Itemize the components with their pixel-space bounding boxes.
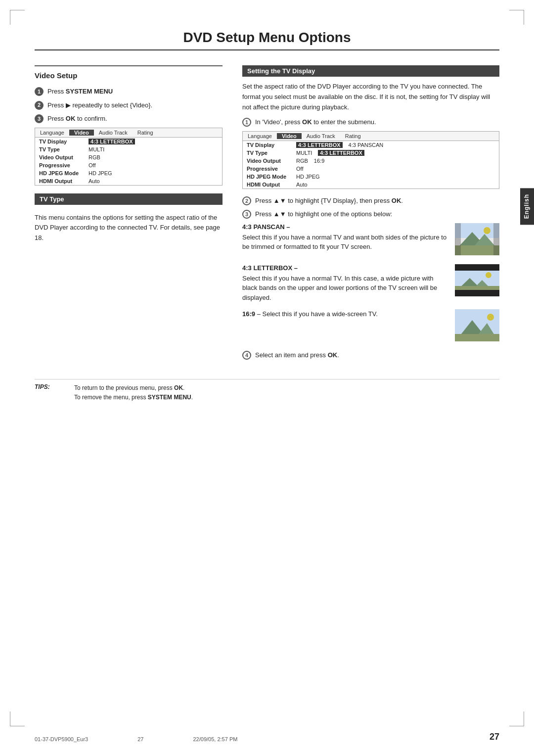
row-video-output-2: Video Output RGB 16:9 bbox=[243, 157, 499, 165]
right-step-2-ok: OK bbox=[392, 197, 401, 204]
val-progressive-1: Off bbox=[89, 162, 95, 168]
tips-box: TIPS: To return to the previous menu, pr… bbox=[35, 379, 499, 406]
row-video-output-1: Video Output RGB bbox=[35, 153, 222, 161]
right-step-num-1: 1 bbox=[242, 118, 251, 127]
right-step-num-2: 2 bbox=[242, 196, 251, 205]
169-title: 16:9 bbox=[242, 310, 255, 318]
tab-language-1: Language bbox=[35, 130, 69, 136]
option-letterbox: 4:3 LETTERBOX – Select this if you have … bbox=[242, 264, 499, 303]
right-step-2-text: Press ▲▼ to highlight {TV Display}, then… bbox=[255, 196, 499, 206]
tips-line-1: To return to the previous menu, press OK… bbox=[74, 383, 193, 393]
label-tv-display-2: TV Display bbox=[247, 142, 296, 148]
footer-doc-id: 01-37-DVP5900_Eur3 bbox=[35, 736, 88, 742]
step-2-text: Press ▶ repeatedly to select {Video}. bbox=[47, 100, 222, 110]
option-169: 16:9 – Select this if you have a wide-sc… bbox=[242, 309, 499, 343]
label-tv-display-1: TV Display bbox=[39, 139, 89, 144]
label-video-output-1: Video Output bbox=[39, 154, 89, 160]
val-hdmi-1: Auto bbox=[89, 178, 100, 184]
setting-tv-display-body: Set the aspect ratio of the DVD Player a… bbox=[242, 82, 499, 112]
left-column: Video Setup 1 Press SYSTEM MENU 2 Press … bbox=[35, 65, 222, 364]
val-tv-display-2a: 4:3 LETTERBOX bbox=[296, 142, 343, 148]
tab-language-2: Language bbox=[243, 133, 277, 139]
menu-box-1-header: Language Video Audio Track Rating bbox=[35, 128, 222, 138]
svg-point-5 bbox=[484, 227, 490, 234]
widescreen-image bbox=[455, 309, 499, 341]
label-tv-type-2: TV Type bbox=[247, 150, 296, 156]
tips-label: TIPS: bbox=[35, 383, 64, 390]
val-hdjpeg-1: HD JPEG bbox=[89, 170, 112, 176]
label-progressive-2: Progressive bbox=[247, 166, 296, 172]
right-step-4-text: Select an item and press OK. bbox=[255, 350, 499, 360]
video-setup-title: Video Setup bbox=[35, 71, 222, 81]
row-tv-type-2: TV Type MULTI 4:3 LETTERBOX bbox=[243, 149, 499, 157]
page-number: 27 bbox=[490, 732, 499, 742]
step2-symbol: ▲▼ bbox=[273, 197, 286, 204]
step-3: 3 Press OK to confirm. bbox=[35, 114, 222, 124]
svg-point-15 bbox=[486, 272, 491, 278]
label-tv-type-1: TV Type bbox=[39, 146, 89, 152]
step-1-text: Press SYSTEM MENU bbox=[47, 87, 222, 96]
svg-rect-1 bbox=[455, 223, 499, 238]
svg-rect-9 bbox=[455, 264, 499, 271]
right-step-1-ok: OK bbox=[302, 118, 312, 126]
footer-info: 01-37-DVP5900_Eur3 27 22/09/05, 2:57 PM bbox=[35, 736, 237, 742]
right-step-num-3: 3 bbox=[242, 210, 251, 219]
tips-line-2: To remove the menu, press SYSTEM MENU. bbox=[74, 393, 193, 402]
right-step-3: 3 Press ▲▼ to highlight one of the optio… bbox=[242, 209, 499, 219]
step-2-symbol: ▶ bbox=[66, 101, 71, 109]
label-progressive-1: Progressive bbox=[39, 162, 89, 168]
row-hdmi-2: HDMI Output Auto bbox=[243, 181, 499, 189]
val-hdmi-2: Auto bbox=[296, 182, 308, 188]
menu-box-2-header: Language Video Audio Track Rating bbox=[243, 132, 499, 141]
val-video-output-1: RGB bbox=[89, 154, 100, 160]
row-tv-type-1: TV Type MULTI bbox=[35, 145, 222, 153]
tab-video-1: Video bbox=[69, 130, 94, 136]
option-panscan: 4:3 PANSCAN – Select this if you have a … bbox=[242, 223, 499, 257]
val-video-output-2b: 16:9 bbox=[314, 158, 324, 164]
tv-type-body: This menu contains the options for setti… bbox=[35, 213, 222, 243]
footer-date: 22/09/05, 2:57 PM bbox=[193, 736, 238, 742]
step-2: 2 Press ▶ repeatedly to select {Video}. bbox=[35, 100, 222, 110]
val-progressive-2: Off bbox=[296, 166, 303, 172]
169-suffix: – Select this if you have a wide-screen … bbox=[255, 310, 378, 318]
step3-symbol: ▲▼ bbox=[273, 210, 286, 218]
step-num-2: 2 bbox=[35, 101, 44, 110]
step-3-text: Press OK to confirm. bbox=[47, 114, 222, 124]
right-step-4: 4 Select an item and press OK. bbox=[242, 350, 499, 360]
tv-type-header: TV Type bbox=[35, 193, 222, 205]
label-video-output-2: Video Output bbox=[247, 158, 296, 164]
step-1-bold: SYSTEM MENU bbox=[66, 88, 113, 95]
row-hdjpeg-1: HD JPEG Mode HD JPEG bbox=[35, 169, 222, 177]
main-content: Video Setup 1 Press SYSTEM MENU 2 Press … bbox=[35, 65, 499, 364]
tab-rating-1: Rating bbox=[133, 130, 158, 136]
label-hdmi-1: HDMI Output bbox=[39, 178, 89, 184]
label-hdjpeg-1: HD JPEG Mode bbox=[39, 170, 89, 176]
row-progressive-2: Progressive Off bbox=[243, 165, 499, 173]
svg-point-21 bbox=[487, 314, 494, 321]
svg-rect-20 bbox=[455, 334, 499, 341]
step-4-ok: OK bbox=[328, 351, 338, 359]
val-hdjpeg-2: HD JPEG bbox=[296, 174, 320, 180]
tab-rating-2: Rating bbox=[340, 133, 366, 139]
panscan-image bbox=[455, 223, 499, 255]
val-video-output-2a: RGB bbox=[296, 158, 308, 164]
row-tv-display-2: TV Display 4:3 LETTERBOX 4:3 PANSCAN bbox=[243, 141, 499, 149]
menu-box-2: Language Video Audio Track Rating TV Dis… bbox=[242, 131, 499, 189]
menu-box-1: Language Video Audio Track Rating TV Dis… bbox=[35, 128, 222, 186]
right-step-1-text: In 'Video', press OK to enter the submen… bbox=[255, 117, 499, 127]
val-tv-type-2a: MULTI bbox=[296, 150, 312, 156]
tab-audio-1: Audio Track bbox=[94, 130, 133, 136]
label-hdjpeg-2: HD JPEG Mode bbox=[247, 174, 296, 180]
step-num-3: 3 bbox=[35, 114, 44, 123]
step-3-ok: OK bbox=[66, 115, 76, 122]
val-tv-type-2b: 4:3 LETTERBOX bbox=[318, 150, 364, 156]
right-step-1: 1 In 'Video', press OK to enter the subm… bbox=[242, 117, 499, 127]
row-hdjpeg-2: HD JPEG Mode HD JPEG bbox=[243, 173, 499, 181]
video-setup-header: Video Setup bbox=[35, 65, 222, 81]
row-tv-display-1: TV Display 4:3 LETTERBOX bbox=[35, 138, 222, 145]
tab-audio-2: Audio Track bbox=[302, 133, 340, 139]
page-title: DVD Setup Menu Options bbox=[35, 30, 499, 50]
row-hdmi-1: HDMI Output Auto bbox=[35, 177, 222, 185]
svg-rect-4 bbox=[455, 245, 499, 255]
right-step-3-text: Press ▲▼ to highlight one of the options… bbox=[255, 209, 499, 219]
